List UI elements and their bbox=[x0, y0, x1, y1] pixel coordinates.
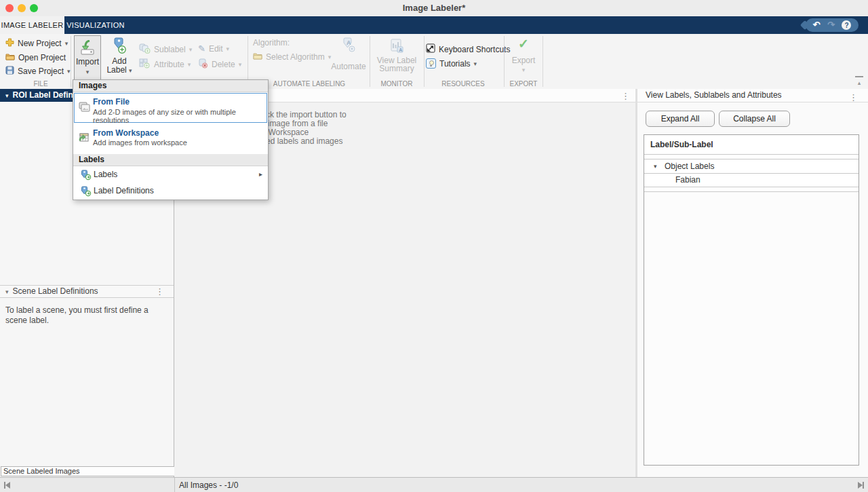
tab-visualization[interactable]: VISUALIZATION bbox=[64, 16, 127, 34]
sublabel-label: Sublabel bbox=[154, 45, 186, 54]
title-bar: Image Labeler* bbox=[0, 0, 868, 17]
from-workspace-desc: Add images from workspace bbox=[93, 138, 187, 147]
quick-access-toolbar: ↶ ↷ ? bbox=[806, 18, 859, 32]
panel-menu-icon[interactable]: ⋮ bbox=[849, 91, 858, 104]
chevron-down-icon: ▾ bbox=[507, 67, 540, 73]
table-spacer-row bbox=[644, 187, 859, 192]
menu-section-labels: Labels bbox=[73, 154, 268, 166]
scene-header-label: Scene Label Definitions bbox=[13, 286, 98, 296]
table-spacer-row bbox=[644, 155, 859, 159]
row-label: Object Labels bbox=[665, 162, 714, 171]
menu-item-from-workspace[interactable]: From Workspace Add images from workspace bbox=[73, 124, 268, 154]
view-label-summary-icon: A bbox=[374, 38, 419, 56]
panel-collapse-icon: ▾ bbox=[5, 92, 9, 99]
from-file-icon bbox=[79, 102, 90, 114]
scene-label-definitions-header[interactable]: ▾Scene Label Definitions ⋮ bbox=[0, 285, 174, 298]
from-file-title: From File bbox=[93, 97, 130, 107]
delete-label: Delete bbox=[212, 60, 235, 69]
chevron-down-icon: ▾ bbox=[189, 46, 193, 53]
import-button[interactable]: Import ▾ bbox=[74, 35, 101, 79]
attribute-icon bbox=[139, 58, 151, 71]
from-workspace-icon bbox=[79, 132, 90, 145]
menu-section-images: Images bbox=[73, 80, 268, 92]
section-label-automate-labeling: AUTOMATE LABELING bbox=[254, 80, 364, 88]
skip-to-first-image-button[interactable] bbox=[4, 482, 10, 489]
labels-attributes-header: View Labels, Sublabels and Attributes ⋮ bbox=[637, 89, 868, 102]
skip-to-last-image-button[interactable] bbox=[858, 482, 864, 489]
delete-icon bbox=[198, 58, 208, 71]
sublabel-button: Sublabel ▾ bbox=[139, 43, 192, 56]
all-images-counter: All Images - -1/0 bbox=[179, 480, 238, 490]
chevron-down-icon: ▾ bbox=[65, 40, 68, 47]
chevron-down-icon: ▾ bbox=[75, 69, 100, 75]
table-row-fabian[interactable]: Fabian bbox=[644, 174, 859, 187]
svg-text:A: A bbox=[347, 39, 351, 46]
add-label-button[interactable]: Add Label ▾ bbox=[103, 37, 136, 75]
keyboard-shortcuts-icon bbox=[426, 43, 435, 55]
tab-image-labeler[interactable]: IMAGE LABELER bbox=[0, 16, 64, 34]
tutorials-lightbulb-icon bbox=[426, 58, 436, 69]
keyboard-shortcuts-button[interactable]: Keyboard Shortcuts bbox=[426, 43, 510, 55]
edit-label: Edit bbox=[209, 44, 223, 54]
edit-pencil-icon: ✎ bbox=[198, 43, 205, 54]
table-row-object-labels[interactable]: ▾ Object Labels bbox=[644, 159, 859, 174]
export-button: ✓ Export ▾ bbox=[507, 37, 540, 73]
chevron-down-icon: ▾ bbox=[129, 67, 132, 74]
skip-left-icon bbox=[5, 482, 10, 489]
collapse-ribbon-button[interactable]: ▴ bbox=[854, 76, 864, 87]
save-project-label: Save Project bbox=[18, 67, 64, 76]
collapse-all-button[interactable]: Collapse All bbox=[719, 111, 790, 127]
menu-item-from-file[interactable]: From File Add 2-D images of any size or … bbox=[73, 92, 268, 124]
tutorials-button[interactable]: Tutorials ▾ bbox=[426, 58, 477, 69]
new-project-button[interactable]: New Project ▾ bbox=[5, 38, 68, 49]
select-algorithm-button: Select Algorithm ▾ bbox=[253, 52, 331, 62]
labels-attributes-title: View Labels, Sublabels and Attributes bbox=[646, 90, 782, 100]
chevron-down-icon: ▾ bbox=[67, 68, 71, 75]
help-icon[interactable]: ? bbox=[842, 20, 851, 30]
open-project-button[interactable]: Open Project bbox=[5, 52, 66, 62]
menu-item-label-definitions[interactable]: Label Definitions bbox=[73, 183, 268, 200]
menu-item-labels[interactable]: Labels ▸ bbox=[73, 166, 268, 183]
labels-attributes-panel: View Labels, Sublabels and Attributes ⋮ … bbox=[635, 89, 868, 477]
import-icon bbox=[75, 40, 100, 57]
panel-menu-icon[interactable]: ⋮ bbox=[621, 91, 630, 101]
section-label-file: FILE bbox=[20, 80, 61, 88]
panel-menu-icon[interactable]: ⋮ bbox=[155, 286, 164, 297]
scene-labeled-images-box[interactable]: Scene Labeled Images bbox=[1, 466, 176, 476]
expand-all-button[interactable]: Expand All bbox=[646, 111, 715, 127]
tree-collapse-icon[interactable]: ▾ bbox=[654, 159, 657, 173]
section-divider bbox=[542, 36, 543, 87]
skip-right-icon bbox=[858, 482, 863, 489]
open-project-label: Open Project bbox=[18, 53, 66, 62]
chevron-down-icon: ▾ bbox=[226, 45, 230, 52]
scene-hint-text: To label a scene, you must first define … bbox=[5, 305, 167, 326]
collapse-ribbon-icon: ▴ bbox=[858, 79, 861, 86]
save-project-button[interactable]: Save Project ▾ bbox=[5, 66, 71, 77]
automate-button: A Automate bbox=[331, 37, 366, 71]
redo-icon: ↷ bbox=[827, 18, 835, 32]
label-sublabel-table: Label/Sub-Label ▾ Object Labels Fabian bbox=[644, 134, 859, 466]
label-definitions-item-label: Label Definitions bbox=[94, 186, 154, 195]
status-bar: All Images - -1/0 bbox=[0, 477, 868, 492]
section-divider bbox=[424, 36, 425, 87]
labels-item-label: Labels bbox=[94, 170, 117, 179]
export-check-icon: ✓ bbox=[507, 37, 540, 52]
from-file-desc: Add 2-D images of any size or with multi… bbox=[93, 108, 268, 124]
view-label-summary-label: View Label Summary bbox=[374, 56, 419, 73]
undo-icon[interactable]: ↶ bbox=[813, 18, 821, 32]
open-folder-icon bbox=[5, 52, 15, 62]
algorithm-folder-icon bbox=[253, 52, 262, 62]
delete-button: Delete ▾ bbox=[198, 58, 241, 71]
save-icon bbox=[5, 66, 14, 77]
scene-panel-body: To label a scene, you must first define … bbox=[0, 297, 174, 326]
keyboard-shortcuts-label: Keyboard Shortcuts bbox=[439, 45, 510, 54]
attribute-label: Attribute bbox=[154, 60, 184, 69]
table-header-label-sublabel: Label/Sub-Label bbox=[644, 135, 859, 155]
attribute-button: Attribute ▾ bbox=[139, 58, 191, 71]
status-divider bbox=[174, 478, 175, 492]
section-label-monitor: MONITOR bbox=[374, 80, 419, 88]
sublabel-icon bbox=[139, 43, 151, 56]
panel-collapse-icon: ▾ bbox=[5, 288, 9, 295]
section-label-resources: RESOURCES bbox=[429, 80, 497, 88]
label-definitions-icon bbox=[79, 185, 92, 203]
